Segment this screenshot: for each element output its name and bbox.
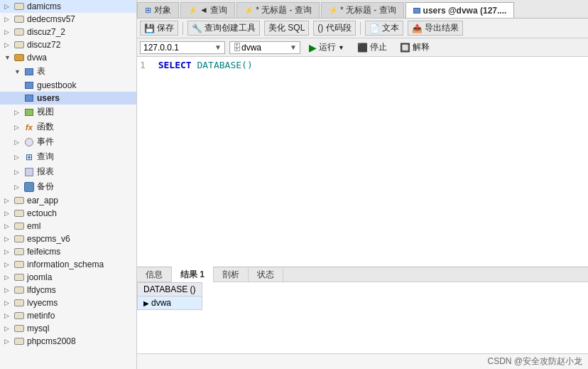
sidebar-label-25: phpcms2008 xyxy=(27,336,76,346)
text-button[interactable]: 📄 文本 xyxy=(365,21,403,36)
watermark: CSDN @安全攻防赵小龙 xyxy=(137,353,588,369)
sidebar-item-5[interactable]: ▼表 xyxy=(0,64,136,79)
sidebar-item-18[interactable]: ▷feifeicms xyxy=(0,245,136,258)
save-icon: 💾 xyxy=(144,23,155,33)
tab-obj-icon: ⊞ xyxy=(145,6,151,15)
editor-content[interactable]: 1 SELECT DATABASE() xyxy=(137,57,588,267)
sidebar-item-10[interactable]: ▷事件 xyxy=(0,134,136,149)
tab-0[interactable]: ⊞对象 xyxy=(137,2,179,18)
results-header-row: DATABASE () xyxy=(138,283,202,296)
sidebar-item-20[interactable]: ▷joomla xyxy=(0,271,136,284)
tab-3[interactable]: ⚡* 无标题 - 查询 xyxy=(321,2,404,18)
sidebar-item-2[interactable]: ▷discuz7_2 xyxy=(0,26,136,38)
main-area: ⊞对象⚡◄ 查询⚡* 无标题 - 查询⚡* 无标题 - 查询users @dvw… xyxy=(137,0,588,369)
result-tab-1[interactable]: 结果 1 xyxy=(172,267,214,282)
code-snippet-button[interactable]: () 代码段 xyxy=(313,21,355,36)
db-icon-16 xyxy=(14,221,24,231)
stop-label: 停止 xyxy=(370,41,387,53)
line-number-1: 1 xyxy=(140,60,146,70)
sidebar-item-15[interactable]: ▷ectouch xyxy=(0,207,136,220)
sidebar-item-22[interactable]: ▷lvyecms xyxy=(0,296,136,309)
host-input[interactable]: 127.0.0.1 ▼ xyxy=(140,41,225,54)
sidebar-item-12[interactable]: ▷报表 xyxy=(0,164,136,179)
sidebar-item-8[interactable]: ▷视图 xyxy=(0,105,136,119)
sidebar-item-16[interactable]: ▷eml xyxy=(0,220,136,232)
tab-2[interactable]: ⚡* 无标题 - 查询 xyxy=(236,2,320,18)
sidebar-item-24[interactable]: ▷mysql xyxy=(0,322,136,335)
beautify-button[interactable]: 美化 SQL xyxy=(264,21,309,36)
sidebar-label-8: 视图 xyxy=(37,106,54,118)
result-tab-0[interactable]: 信息 xyxy=(137,267,172,282)
sidebar-item-4[interactable]: ▼dvwa xyxy=(0,51,136,64)
result-tab-3[interactable]: 状态 xyxy=(249,267,283,282)
editor-area: 1 SELECT DATABASE() 信息结果 1剖析状态 DATABASE … xyxy=(137,57,588,369)
db-icon-22 xyxy=(14,298,24,308)
tab-1[interactable]: ⚡◄ 查询 xyxy=(180,2,235,18)
func-icon-9: fx xyxy=(24,122,34,132)
save-button[interactable]: 💾 保存 xyxy=(140,21,178,36)
expand-arrow-24: ▷ xyxy=(4,325,11,332)
report-icon-12 xyxy=(24,167,34,177)
sidebar-item-0[interactable]: ▷damicms xyxy=(0,0,136,13)
tab-query-icon-1: ⚡ xyxy=(188,6,197,14)
tab-label-0: 对象 xyxy=(154,4,171,16)
row-arrow-0: ▶ xyxy=(143,299,149,307)
result-tab-2[interactable]: 剖析 xyxy=(214,267,249,282)
sidebar-item-3[interactable]: ▷discuz72 xyxy=(0,38,136,51)
group-arrow-8: ▷ xyxy=(14,109,21,116)
tab-table-icon-4 xyxy=(413,8,420,14)
results-table: DATABASE () ▶dvwa xyxy=(137,282,202,310)
table-icon-6 xyxy=(24,80,34,90)
event-icon-10 xyxy=(24,137,34,147)
sidebar-label-6: guestbook xyxy=(37,80,76,90)
sidebar-item-11[interactable]: ▷⊞查询 xyxy=(0,149,136,164)
sidebar-label-9: 函数 xyxy=(37,121,54,133)
host-dropdown-icon: ▼ xyxy=(214,43,222,51)
sidebar-item-17[interactable]: ▷espcms_v6 xyxy=(0,232,136,245)
run-button[interactable]: ▶ 运行 ▼ xyxy=(305,41,349,54)
group-arrow-13: ▷ xyxy=(14,183,21,191)
backup-icon-13 xyxy=(24,182,34,192)
query-builder-button[interactable]: 🔧 查询创建工具 xyxy=(187,21,260,36)
sidebar-label-1: dedecmsv57 xyxy=(27,14,75,24)
result-tabs: 信息结果 1剖析状态 xyxy=(137,267,588,282)
sidebar-item-21[interactable]: ▷lfdycms xyxy=(0,284,136,296)
table-row[interactable]: ▶dvwa xyxy=(138,296,202,310)
db-icon-2 xyxy=(14,27,24,37)
db-select[interactable]: 🗄 dvwa ▼ xyxy=(229,41,300,54)
group-arrow-12: ▷ xyxy=(14,169,21,176)
tab-4[interactable]: users @dvwa (127.... xyxy=(405,2,515,18)
db-icon-0 xyxy=(14,1,24,11)
text-label: 文本 xyxy=(382,22,399,34)
db-icon-17 xyxy=(14,234,24,244)
sidebar-item-25[interactable]: ▷phpcms2008 xyxy=(0,335,136,348)
db-icon-23 xyxy=(14,311,24,321)
group-arrow-10: ▷ xyxy=(14,139,21,146)
sidebar-item-19[interactable]: ▷information_schema xyxy=(0,258,136,271)
run-dropdown-icon: ▼ xyxy=(338,44,344,51)
sidebar-item-14[interactable]: ▷ear_app xyxy=(0,194,136,207)
view-icon-8 xyxy=(24,107,34,117)
db-icon-3 xyxy=(14,40,24,50)
run-label: 运行 xyxy=(319,41,336,53)
sidebar-item-6[interactable]: guestbook xyxy=(0,79,136,92)
sidebar-item-7[interactable]: users xyxy=(0,92,136,105)
sidebar-item-1[interactable]: ▷dedecmsv57 xyxy=(0,13,136,26)
host-value: 127.0.0.1 xyxy=(143,43,179,53)
sidebar-label-16: eml xyxy=(27,221,40,231)
db-icon-1 xyxy=(14,14,24,24)
expand-arrow-20: ▷ xyxy=(4,274,11,281)
stop-button[interactable]: ⬛ 停止 xyxy=(353,41,391,54)
sidebar-item-23[interactable]: ▷metinfo xyxy=(0,309,136,322)
explain-button[interactable]: 🔲 解释 xyxy=(396,41,434,54)
db-icon-14 xyxy=(14,196,24,205)
expand-arrow-14: ▷ xyxy=(4,197,11,204)
explain-icon: 🔲 xyxy=(400,43,410,53)
sidebar-item-13[interactable]: ▷备份 xyxy=(0,179,136,194)
query-builder-label: 查询创建工具 xyxy=(205,22,256,34)
sidebar-item-9[interactable]: ▷fx函数 xyxy=(0,119,136,134)
export-button[interactable]: 📤 导出结果 xyxy=(408,21,463,36)
code-snippet-label: () 代码段 xyxy=(317,22,351,34)
toolbar-sep2 xyxy=(360,22,361,35)
tab-label-4: users @dvwa (127.... xyxy=(423,6,507,16)
